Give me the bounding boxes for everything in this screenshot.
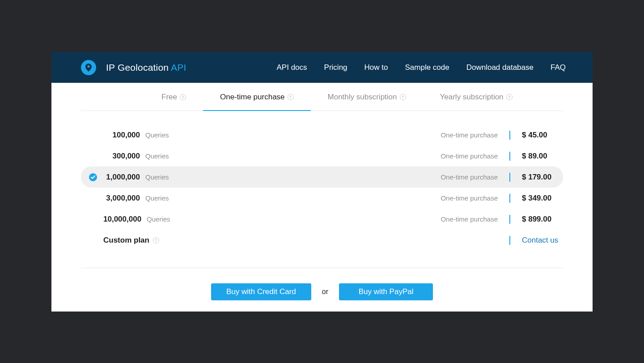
plan-row[interactable]: 1,000,000 Queries One-time purchase $ 17… [81,167,563,188]
plan-quantity: 100,000 [103,131,140,140]
nav-how-to[interactable]: How to [364,63,388,72]
purchase-type: One-time purchase [441,215,498,223]
select-indicator [89,194,97,202]
nav-download-database[interactable]: Download database [466,63,534,72]
purchase-type: One-time purchase [441,173,498,181]
or-separator: or [322,288,328,296]
purchase-type: One-time purchase [441,131,498,139]
plan-row-custom[interactable]: Custom plan ? Contact us [81,230,563,251]
pricing-tabs: Free ? One-time purchase ? Monthly subsc… [81,83,563,111]
price-divider [509,236,510,245]
tab-label: Monthly subscription [328,93,397,102]
nav-api-docs[interactable]: API docs [277,63,307,72]
tab-free[interactable]: Free ? [161,83,203,111]
help-icon[interactable]: ? [180,94,186,100]
plan-quantity: 3,000,000 [103,194,140,203]
price-divider [509,173,510,182]
tab-yearly-subscription[interactable]: Yearly subscription ? [423,83,530,111]
nav-pricing[interactable]: Pricing [324,63,347,72]
plan-price: $ 45.00 [522,131,563,140]
price-divider [509,131,510,140]
plan-row[interactable]: 3,000,000 Queries One-time purchase $ 34… [81,188,563,209]
select-indicator [89,152,97,160]
svg-point-0 [87,65,89,67]
price-divider [509,194,510,203]
brand-name: IP Geolocation [106,62,169,73]
help-icon[interactable]: ? [506,94,513,100]
plan-price: $ 89.00 [522,152,563,161]
nav-faq[interactable]: FAQ [551,63,566,72]
select-indicator [89,215,97,223]
tab-one-time-purchase[interactable]: One-time purchase ? [203,83,311,111]
buy-paypal-button[interactable]: Buy with PayPal [339,283,433,300]
plan-row[interactable]: 10,000,000 Queries One-time purchase $ 8… [81,209,563,230]
buy-credit-card-button[interactable]: Buy with Credit Card [211,283,311,300]
nav-sample-code[interactable]: Sample code [405,63,449,72]
tab-label: Yearly subscription [440,93,504,102]
plan-price: $ 349.00 [522,194,563,203]
pricing-rows: 100,000 Queries One-time purchase $ 45.0… [51,111,593,251]
queries-label: Queries [147,215,170,223]
brand-title: IP Geolocation API [106,62,186,73]
plan-price: $ 179.00 [522,173,563,182]
pricing-tabs-container: Free ? One-time purchase ? Monthly subsc… [51,83,593,111]
purchase-type: One-time purchase [441,194,498,202]
pricing-page: IP Geolocation API API docs Pricing How … [51,52,593,312]
queries-label: Queries [145,173,169,181]
primary-nav: API docs Pricing How to Sample code Down… [277,63,566,72]
help-icon[interactable]: ? [288,94,294,100]
queries-label: Queries [145,131,169,139]
brand[interactable]: IP Geolocation API [81,60,186,75]
brand-accent: API [171,62,186,73]
help-icon[interactable]: ? [153,237,159,243]
price-divider [509,215,510,224]
select-indicator-checked [89,173,97,181]
checkout-actions: Buy with Credit Card or Buy with PayPal [51,268,593,300]
tab-monthly-subscription[interactable]: Monthly subscription ? [311,83,423,111]
queries-label: Queries [145,194,169,202]
plan-quantity: 1,000,000 [103,173,140,182]
contact-us-link[interactable]: Contact us [522,236,563,245]
plan-row[interactable]: 100,000 Queries One-time purchase $ 45.0… [81,124,563,145]
plan-row[interactable]: 300,000 Queries One-time purchase $ 89.0… [81,145,563,167]
plan-quantity: 300,000 [103,152,140,161]
location-pin-icon [81,60,96,75]
price-divider [509,152,510,161]
tab-label: Free [161,93,177,102]
select-indicator [89,131,97,139]
plan-price: $ 899.00 [522,215,563,224]
help-icon[interactable]: ? [400,94,406,100]
tab-label: One-time purchase [220,93,285,102]
plan-quantity: 10,000,000 [103,215,141,224]
purchase-type: One-time purchase [441,152,498,160]
site-header: IP Geolocation API API docs Pricing How … [51,52,593,83]
custom-plan-label: Custom plan [103,236,149,245]
queries-label: Queries [145,152,169,160]
